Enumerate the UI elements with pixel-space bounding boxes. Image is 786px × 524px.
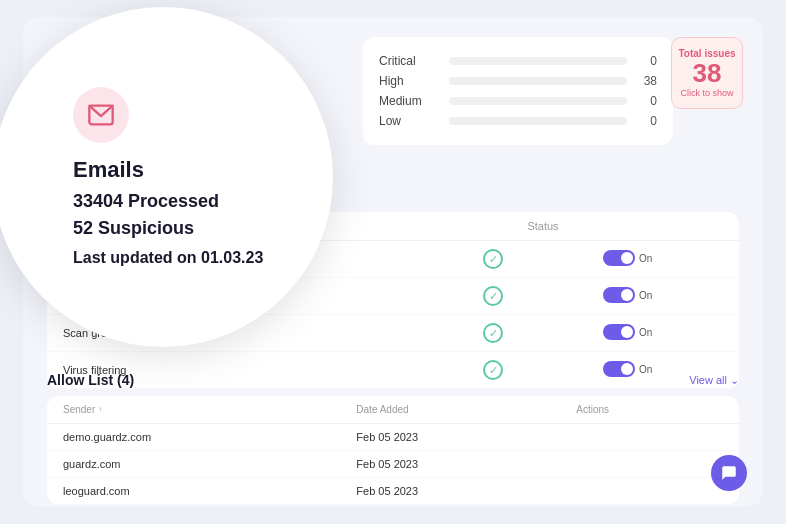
check-circle-icon: [483, 249, 503, 269]
main-container: Critical 0 High 38 Medium 0 Low 0 Total …: [23, 17, 763, 507]
service-toggle[interactable]: On: [603, 324, 723, 342]
email-icon: [87, 101, 115, 129]
toggle-thumb: [621, 252, 633, 264]
view-all-link[interactable]: View all ⌄: [689, 374, 739, 387]
sender-cell: leoguard.com: [63, 485, 356, 497]
col-sender: Sender ↑: [63, 404, 356, 415]
severity-count: 38: [637, 74, 657, 88]
toggle-track: [603, 287, 635, 303]
services-col-status: Status: [483, 220, 603, 232]
service-toggle[interactable]: On: [603, 287, 723, 305]
sender-cell: demo.guardz.com: [63, 431, 356, 443]
toggle-thumb: [621, 326, 633, 338]
severity-row: Medium 0: [379, 91, 657, 111]
date-added-cell: Feb 05 2023: [356, 458, 576, 470]
toggle-label: On: [639, 253, 652, 264]
allow-list-table-header: Sender ↑ Date Added Actions: [47, 396, 739, 424]
service-status: [483, 323, 603, 343]
severity-label: High: [379, 74, 439, 88]
chat-bubble[interactable]: [711, 455, 747, 491]
severity-row: High 38: [379, 71, 657, 91]
actions-cell: [576, 431, 723, 443]
severity-bar-wrap: [449, 57, 627, 65]
severity-label: Medium: [379, 94, 439, 108]
total-issues-badge[interactable]: Total issues 38 Click to show: [671, 37, 743, 109]
sort-icon: ↑: [98, 405, 102, 414]
check-circle-icon: [483, 323, 503, 343]
emails-title: Emails: [73, 157, 144, 183]
col-date-added: Date Added: [356, 404, 576, 415]
severity-row: Low 0: [379, 111, 657, 131]
allow-list-table: Sender ↑ Date Added Actions demo.guardz.…: [47, 396, 739, 505]
email-icon-wrap: [73, 87, 129, 143]
chevron-down-icon: ⌄: [730, 374, 739, 387]
toggle-thumb: [621, 289, 633, 301]
allow-list-header: Allow List (4) View all ⌄: [47, 372, 739, 388]
total-issues-count: 38: [678, 59, 736, 88]
allow-list-row: demo.guardz.com Feb 05 2023: [47, 424, 739, 451]
severity-count: 0: [637, 54, 657, 68]
services-col-toggle: [603, 220, 723, 232]
severity-count: 0: [637, 114, 657, 128]
service-status: [483, 286, 603, 306]
date-added-cell: Feb 05 2023: [356, 485, 576, 497]
suspicious-stat: 52 Suspicious: [73, 218, 194, 239]
chat-icon: [720, 464, 738, 482]
severity-bar-wrap: [449, 117, 627, 125]
actions-cell: [576, 458, 723, 470]
severity-bar-wrap: [449, 77, 627, 85]
allow-list-row: guardz.com Feb 05 2023: [47, 451, 739, 478]
severity-panel: Critical 0 High 38 Medium 0 Low 0: [363, 37, 673, 145]
allow-list-section: Allow List (4) View all ⌄ Sender ↑ Date …: [47, 372, 739, 505]
severity-label: Low: [379, 114, 439, 128]
col-actions: Actions: [576, 404, 723, 415]
toggle-label: On: [639, 290, 652, 301]
service-status: [483, 249, 603, 269]
processed-stat: 33404 Processed: [73, 191, 219, 212]
total-issues-link[interactable]: Click to show: [678, 88, 736, 98]
service-toggle[interactable]: On: [603, 250, 723, 268]
toggle-track: [603, 324, 635, 340]
severity-count: 0: [637, 94, 657, 108]
actions-cell: [576, 485, 723, 497]
severity-row: Critical 0: [379, 51, 657, 71]
check-circle-icon: [483, 286, 503, 306]
date-added-cell: Feb 05 2023: [356, 431, 576, 443]
allow-list-row: leoguard.com Feb 05 2023: [47, 478, 739, 505]
sender-cell: guardz.com: [63, 458, 356, 470]
toggle-track: [603, 250, 635, 266]
last-updated: Last updated on 01.03.23: [73, 249, 263, 267]
toggle-label: On: [639, 327, 652, 338]
severity-label: Critical: [379, 54, 439, 68]
severity-bar-wrap: [449, 97, 627, 105]
allow-list-title: Allow List (4): [47, 372, 134, 388]
zoom-overlay: Emails 33404 Processed 52 Suspicious Las…: [0, 7, 333, 347]
